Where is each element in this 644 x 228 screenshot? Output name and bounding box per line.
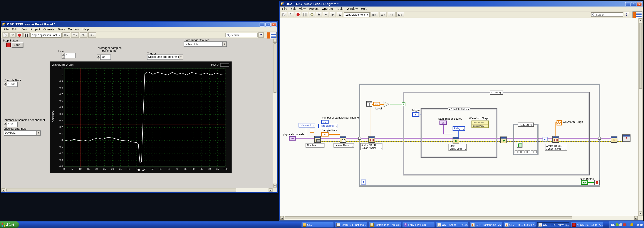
case-selector-terminal[interactable] <box>402 103 405 106</box>
menu-project[interactable]: Project <box>307 7 320 11</box>
loop-tunnel[interactable] <box>358 137 361 140</box>
tray-network-icon[interactable] <box>627 223 630 226</box>
simple-error-handler-icon[interactable] <box>622 134 630 142</box>
sample-rate-spinner[interactable]: ▲▼ <box>4 82 7 87</box>
minimize-button[interactable]: _ <box>625 2 630 6</box>
front-panel-window[interactable]: OSZ_TRIG_nur.vi Front Panel * _ □ ✕ File… <box>1 21 278 193</box>
horizontal-scrollbar[interactable]: ◀ ▶ <box>280 216 638 220</box>
abort-button[interactable] <box>16 32 23 38</box>
pause-button[interactable] <box>24 32 30 38</box>
sample-rate-terminal[interactable]: DBL <box>321 132 328 137</box>
differential-enum[interactable]: Differential <box>298 123 315 127</box>
search-input[interactable] <box>226 33 258 37</box>
case-selector-label[interactable]: “Digital Start” <box>448 107 470 111</box>
close-button[interactable]: ✕ <box>271 22 276 26</box>
front-panel-canvas[interactable]: Stop Button Stop Level ▲▼ 1 pretrigger s… <box>1 38 273 188</box>
plot-area[interactable] <box>64 68 226 167</box>
horizontal-scrollbar[interactable]: ◀ ▶ <box>1 188 273 192</box>
plot-legend-label[interactable]: Plot 0 <box>211 63 219 66</box>
pretrigger-value[interactable]: 10 <box>100 54 111 60</box>
front-panel-titlebar[interactable]: OSZ_TRIG_nur.vi Front Panel * _ □ ✕ <box>1 22 278 27</box>
property-item[interactable]: Cursor.PosY <box>472 124 488 127</box>
daqmx-read-icon[interactable] <box>368 136 375 143</box>
run-button[interactable] <box>2 32 8 38</box>
plot-legend-sample[interactable] <box>220 63 229 67</box>
menu-edit[interactable]: Edit <box>289 7 298 11</box>
level-spinner[interactable]: ▲▼ <box>62 53 65 58</box>
stop-button[interactable]: Stop <box>12 42 23 48</box>
retain-wire-values-button[interactable]: ◉ <box>316 12 322 17</box>
menu-file[interactable]: File <box>280 7 289 11</box>
search-input[interactable] <box>591 12 623 17</box>
menu-window[interactable]: Window <box>66 27 81 31</box>
font-selector[interactable]: 13pt Dialog Font <box>344 12 370 17</box>
block-diagram-window[interactable]: OSZ_TRIG_nur.vi Block Diagram * _ □ ✕ Fi… <box>279 1 643 221</box>
ai-voltage-selector[interactable]: AI Voltage <box>306 143 324 147</box>
clock[interactable]: 09:19 <box>636 223 643 226</box>
abort-button[interactable] <box>295 12 301 17</box>
vertical-scrollbar[interactable]: ▲ ▼ <box>272 38 277 188</box>
align-objects-button[interactable]: ⊞ <box>370 12 378 17</box>
block-diagram-titlebar[interactable]: OSZ_TRIG_nur.vi Block Diagram * _ □ ✕ <box>280 1 643 7</box>
step-out-button[interactable]: ▲ <box>337 12 343 17</box>
daqmx-timing-icon[interactable] <box>340 136 346 143</box>
taskbar-button[interactable]: OSZ_TRIG_nur.vi Bl... <box>537 222 570 227</box>
tray-volume-icon[interactable] <box>620 223 622 226</box>
numeric-constant[interactable] <box>310 129 314 133</box>
menu-file[interactable]: File <box>2 27 10 31</box>
distribute-objects-button[interactable]: ⊟ <box>71 32 79 38</box>
close-button[interactable]: ✕ <box>636 2 642 6</box>
taskbar-button[interactable]: GEN_Lastsprung_V6.vi <box>470 222 502 227</box>
chevron-down-icon[interactable]: ▼ <box>36 131 40 135</box>
pretrigger-spinner[interactable]: ▲▼ <box>97 54 100 60</box>
vertical-scrollbar[interactable]: ▲ ▼ <box>638 18 643 216</box>
start-trigger-source-dropdown[interactable]: /Dev1/PFI0 ▼ <box>184 41 227 47</box>
daqmx-start-trigger-icon[interactable] <box>452 137 459 143</box>
font-selector[interactable]: 13pt Application Font <box>30 33 62 38</box>
menu-project[interactable]: Project <box>29 27 42 31</box>
daqmx-read-icon-2[interactable] <box>552 136 559 143</box>
waveform-graph-terminal[interactable] <box>556 120 562 125</box>
sample-rate-value[interactable]: 1000 <box>7 82 18 87</box>
level-value[interactable]: 1 <box>65 53 76 58</box>
minimize-button[interactable]: _ <box>260 22 265 26</box>
num-samples-spinner[interactable]: ▲▼ <box>4 122 7 127</box>
context-help-button[interactable]: ? <box>624 12 630 17</box>
property-item[interactable]: Cursor.PosX <box>472 121 488 124</box>
tray-shield-icon[interactable] <box>623 223 626 226</box>
step-into-button[interactable]: ▼ <box>323 12 329 17</box>
step-over-button[interactable]: ▶ <box>330 12 336 17</box>
menu-help[interactable]: Help <box>81 27 90 31</box>
physical-channels-terminal[interactable]: I/O <box>289 136 296 141</box>
read1-selector[interactable]: Analog 1D DBL1Chan NSamp <box>360 143 382 150</box>
daqmx-start-task-icon[interactable] <box>500 137 507 143</box>
run-continuously-button[interactable]: ↻ <box>288 12 294 17</box>
case-selector-label[interactable]: True <box>490 91 503 95</box>
align-objects-button[interactable]: ⊞ <box>62 32 70 38</box>
start-trigger-source-terminal[interactable]: I/O <box>440 120 447 125</box>
daqmx-create-channel-icon[interactable] <box>314 136 321 143</box>
tray-ni-icon[interactable] <box>616 223 618 226</box>
highlight-execution-button[interactable] <box>309 12 315 17</box>
level-terminal[interactable]: DBL <box>373 102 380 106</box>
menu-operate[interactable]: Operate <box>320 7 334 11</box>
taskbar-button[interactable]: Posteingang - dbuckl... <box>368 222 401 227</box>
menu-view[interactable]: View <box>298 7 308 11</box>
taskbar-button[interactable]: OSZ_Scope_TRIG.vi... <box>436 222 469 227</box>
maximize-button[interactable]: □ <box>266 22 271 26</box>
menu-tools[interactable]: Tools <box>56 27 66 31</box>
waveform-graph[interactable]: Waveform Graph Plot 0 1.110.90.80.70.60.… <box>50 61 232 173</box>
finite-samples-enum[interactable]: Finite Samples <box>318 124 338 128</box>
reorder-button[interactable]: ≡ <box>388 12 396 17</box>
trigger-terminal[interactable] <box>412 112 419 117</box>
stop-button-terminal[interactable]: TF <box>581 180 588 185</box>
run-button[interactable] <box>281 12 287 17</box>
taskbar-button[interactable]: OSZ <box>301 222 334 227</box>
maximize-button[interactable]: □ <box>631 2 636 6</box>
taskbar-button[interactable]: Learn 10 Functions i... <box>335 222 368 227</box>
num-samples-control[interactable]: ▲▼ 100 <box>4 122 18 127</box>
index-array-icon[interactable] <box>366 101 372 107</box>
start-button[interactable]: Start <box>0 221 19 228</box>
reorder-button[interactable]: ≡ <box>88 32 96 38</box>
stacked-sequence-structure[interactable]: 1 [0..1] <box>514 124 538 155</box>
